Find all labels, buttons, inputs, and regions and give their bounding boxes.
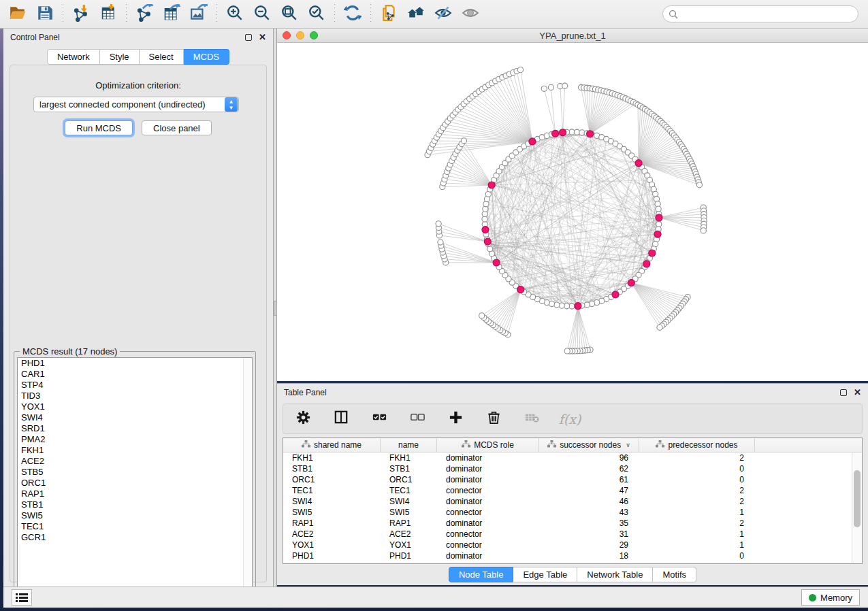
table-scrollbar-thumb[interactable] bbox=[854, 470, 861, 527]
mcds-result-item[interactable]: FKH1 bbox=[18, 445, 252, 456]
mcds-hub-node[interactable] bbox=[643, 261, 650, 267]
mcds-hub-node[interactable] bbox=[529, 138, 536, 145]
tab-motifs[interactable]: Motifs bbox=[653, 567, 696, 582]
new-network-from-selection-button[interactable] bbox=[375, 3, 402, 26]
add-column-button[interactable] bbox=[445, 409, 466, 429]
table-row[interactable]: STB1STB1dominator620 bbox=[283, 463, 852, 474]
task-history-button[interactable] bbox=[12, 589, 32, 606]
mcds-result-item[interactable]: ACE2 bbox=[18, 456, 252, 467]
column-header-shared-name[interactable]: shared name bbox=[283, 438, 381, 452]
mcds-result-item[interactable]: STP4 bbox=[18, 380, 252, 391]
close-table-panel-icon[interactable]: ✕ bbox=[854, 389, 861, 396]
leaf-node[interactable] bbox=[541, 86, 547, 91]
show-all-button[interactable] bbox=[457, 3, 484, 26]
select-all-button[interactable] bbox=[369, 409, 389, 429]
apply-layout-button[interactable] bbox=[339, 3, 366, 26]
mcds-result-item[interactable]: TID3 bbox=[18, 391, 252, 401]
float-table-panel-icon[interactable] bbox=[840, 389, 847, 396]
column-header-MCDS-role[interactable]: MCDS role bbox=[437, 438, 539, 452]
table-scrollbar[interactable] bbox=[852, 452, 862, 563]
zoom-selected-button[interactable] bbox=[303, 3, 330, 26]
tab-node-table[interactable]: Node Table bbox=[449, 567, 514, 582]
mcds-hub-node[interactable] bbox=[482, 227, 489, 233]
mcds-hub-node[interactable] bbox=[560, 129, 566, 136]
table-row[interactable]: PHD1PHD1dominator180 bbox=[283, 550, 852, 561]
mcds-hub-node[interactable] bbox=[575, 303, 581, 310]
tab-mcds[interactable]: MCDS bbox=[184, 49, 229, 65]
mcds-hub-node[interactable] bbox=[484, 238, 491, 245]
delete-column-button[interactable] bbox=[483, 409, 504, 429]
mcds-list-scrollbar[interactable] bbox=[243, 358, 252, 600]
table-row[interactable]: YOX1YOX1connector291 bbox=[283, 540, 852, 550]
mcds-result-item[interactable]: RAP1 bbox=[18, 489, 252, 499]
table-row[interactable]: TEC1TEC1connector472 bbox=[283, 485, 852, 496]
mcds-hub-node[interactable] bbox=[488, 182, 495, 188]
search-input[interactable] bbox=[681, 9, 858, 19]
leaf-node[interactable] bbox=[696, 182, 702, 188]
mcds-hub-node[interactable] bbox=[656, 214, 662, 221]
memory-button[interactable]: Memory bbox=[801, 589, 860, 606]
export-network-button[interactable] bbox=[131, 3, 158, 26]
network-window-titlebar[interactable]: YPA_prune.txt_1 bbox=[277, 29, 868, 43]
mcds-result-item[interactable]: SWI4 bbox=[18, 412, 252, 423]
zoom-in-button[interactable] bbox=[221, 3, 248, 26]
leaf-node[interactable] bbox=[657, 325, 662, 330]
mcds-result-item[interactable]: TEC1 bbox=[18, 521, 252, 532]
table-row[interactable]: FKH1FKH1dominator962 bbox=[283, 452, 852, 463]
leaf-node[interactable] bbox=[479, 313, 485, 318]
float-panel-icon[interactable] bbox=[245, 34, 252, 41]
search-box[interactable] bbox=[662, 5, 858, 22]
mcds-hub-node[interactable] bbox=[587, 131, 594, 137]
table-row[interactable]: ORC1ORC1dominator610 bbox=[283, 474, 852, 485]
mcds-result-item[interactable]: ORC1 bbox=[18, 478, 252, 489]
mcds-hub-node[interactable] bbox=[649, 250, 656, 257]
optimization-criterion-select[interactable]: largest connected component (undirected)… bbox=[33, 97, 239, 112]
mcds-hub-node[interactable] bbox=[612, 291, 619, 298]
close-panel-icon[interactable]: ✕ bbox=[259, 34, 266, 41]
mcds-result-item[interactable]: SWI5 bbox=[18, 510, 252, 521]
leaf-node[interactable] bbox=[461, 138, 466, 144]
leaf-node[interactable] bbox=[564, 348, 570, 354]
mcds-result-list[interactable]: PHD1CAR1STP4TID3YOX1SWI4SRD1PMA2FKH1ACE2… bbox=[17, 357, 253, 601]
mcds-hub-node[interactable] bbox=[635, 160, 642, 167]
column-header-name[interactable]: name bbox=[381, 438, 437, 452]
mcds-hub-node[interactable] bbox=[493, 259, 500, 266]
close-panel-button[interactable]: Close panel bbox=[142, 120, 212, 135]
import-table-button[interactable] bbox=[95, 3, 122, 26]
table-row[interactable]: RAP1RAP1dominator352 bbox=[283, 518, 852, 529]
table-row[interactable]: SWI4SWI4dominator462 bbox=[283, 496, 852, 507]
mcds-result-item[interactable]: STB1 bbox=[18, 499, 252, 510]
leaf-node[interactable] bbox=[438, 240, 443, 245]
mcds-result-item[interactable]: PHD1 bbox=[18, 358, 252, 369]
mcds-hub-node[interactable] bbox=[628, 280, 634, 286]
leaf-node[interactable] bbox=[701, 228, 706, 233]
leaf-node[interactable] bbox=[517, 67, 523, 73]
zoom-fit-button[interactable] bbox=[276, 3, 303, 26]
mcds-result-item[interactable]: PMA2 bbox=[18, 434, 252, 445]
leaf-node[interactable] bbox=[562, 83, 568, 88]
tab-edge-table[interactable]: Edge Table bbox=[513, 567, 577, 582]
hide-selected-button[interactable] bbox=[430, 3, 457, 26]
column-layout-button[interactable] bbox=[331, 409, 351, 429]
function-builder-button[interactable]: f(x) bbox=[560, 409, 580, 429]
zoom-out-button[interactable] bbox=[248, 3, 276, 26]
table-row[interactable]: SWI5SWI5connector431 bbox=[283, 507, 852, 518]
mcds-result-item[interactable]: SRD1 bbox=[18, 423, 252, 434]
mcds-result-item[interactable]: STB5 bbox=[18, 467, 252, 478]
delete-table-button[interactable] bbox=[521, 409, 542, 429]
tab-network[interactable]: Network bbox=[47, 49, 100, 65]
leaf-node[interactable] bbox=[548, 84, 553, 90]
gear-button[interactable] bbox=[293, 409, 313, 429]
mcds-result-item[interactable]: CAR1 bbox=[18, 369, 252, 380]
network-graph[interactable] bbox=[277, 43, 868, 381]
column-header-predecessor-nodes[interactable]: predecessor nodes bbox=[639, 438, 755, 452]
deselect-all-button[interactable] bbox=[407, 409, 428, 429]
export-table-button[interactable] bbox=[158, 3, 185, 26]
mcds-hub-node[interactable] bbox=[517, 286, 524, 293]
run-mcds-button[interactable]: Run MCDS bbox=[65, 120, 133, 135]
open-file-button[interactable] bbox=[4, 3, 31, 26]
first-neighbors-button[interactable] bbox=[402, 3, 430, 26]
mcds-result-item[interactable]: GCR1 bbox=[18, 532, 252, 543]
mcds-hub-node[interactable] bbox=[654, 231, 661, 237]
import-network-button[interactable] bbox=[67, 3, 95, 26]
